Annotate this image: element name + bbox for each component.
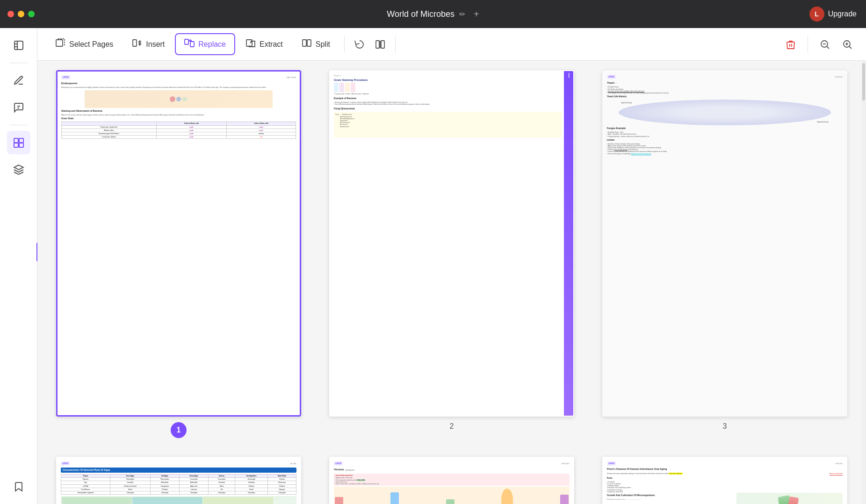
svg-rect-25 (381, 41, 384, 48)
zoom-out-button[interactable] (815, 35, 834, 54)
window-controls (7, 11, 35, 17)
sidebar-divider-2 (9, 125, 28, 125)
document-title: World of Microbes (387, 9, 455, 19)
page-6-content: UPDF PRIONS Prion's Disease Of Human Inh… (603, 458, 846, 504)
svg-rect-11 (56, 40, 63, 46)
replace-icon (184, 38, 195, 50)
toolbar-divider-2 (395, 36, 396, 53)
page-4-content: UPDF ALGAE Characteristics Of Selected P… (57, 458, 300, 504)
page-item-3[interactable]: UPDF FUNGUS Yeast ← • Unicellular Fungi … (602, 70, 847, 438)
toolbar-divider-1 (344, 36, 345, 53)
flip-button[interactable] (371, 35, 390, 54)
svg-rect-20 (246, 40, 252, 46)
svg-rect-12 (133, 40, 137, 46)
user-avatar: L (809, 7, 824, 22)
insert-label: Insert (146, 40, 165, 49)
delete-button[interactable] (781, 35, 800, 54)
page-thumb-1[interactable]: UPDF BACTERIA Endospores Endospores are … (56, 70, 301, 417)
page-5-content: UPDF VIRUSES Viruses • Intracellular par… (330, 458, 573, 504)
zoom-in-button[interactable] (838, 35, 857, 54)
svg-rect-7 (19, 138, 23, 143)
svg-line-35 (849, 46, 852, 49)
split-button[interactable]: Split (293, 34, 339, 54)
page-item-2[interactable]: UPDF Chapter 1 Gram Staining Procedure (329, 70, 574, 438)
split-icon (302, 38, 312, 50)
content-area: Select Pages Insert (37, 28, 866, 504)
left-sidebar (0, 28, 37, 504)
sidebar-divider-1 (9, 63, 28, 63)
page-1-content: UPDF BACTERIA Endospores Endospores are … (58, 72, 300, 415)
svg-rect-17 (185, 39, 188, 44)
pages-grid: UPDF BACTERIA Endospores Endospores are … (56, 70, 847, 504)
svg-line-31 (827, 46, 829, 49)
page-2-content: Chapter 1 Gram Staining Procedure • Crys… (330, 71, 573, 416)
sidebar-item-layers[interactable] (7, 158, 30, 181)
page-thumb-6[interactable]: UPDF PRIONS Prion's Disease Of Human Inh… (602, 457, 847, 504)
svg-rect-18 (190, 42, 194, 47)
titlebar: World of Microbes ✏ + L Upgrade (0, 0, 866, 28)
edit-title-icon[interactable]: ✏ (459, 10, 465, 19)
sidebar-item-markup[interactable] (7, 69, 30, 92)
sidebar-item-book[interactable] (7, 34, 30, 57)
main-layout: Select Pages Insert (0, 28, 866, 504)
svg-rect-9 (19, 143, 23, 147)
svg-rect-21 (303, 40, 306, 46)
page-thumb-2[interactable]: UPDF Chapter 1 Gram Staining Procedure (329, 70, 574, 417)
page-thumb-3[interactable]: UPDF FUNGUS Yeast ← • Unicellular Fungi … (602, 70, 847, 417)
svg-rect-6 (14, 138, 18, 143)
rotate-left-button[interactable] (350, 35, 369, 54)
upgrade-label: Upgrade (828, 10, 857, 18)
svg-rect-22 (307, 40, 311, 46)
vertical-scrollbar[interactable] (861, 61, 866, 504)
sidebar-item-comment[interactable] (7, 96, 30, 119)
insert-button[interactable]: Insert (123, 34, 173, 54)
page-num-2: 2 (450, 422, 454, 431)
sidebar-item-bookmark[interactable] (7, 475, 30, 498)
toolbar-right (781, 35, 857, 54)
select-pages-icon (55, 38, 65, 50)
replace-button[interactable]: Replace (175, 33, 235, 55)
page-item-1[interactable]: UPDF BACTERIA Endospores Endospores are … (56, 70, 301, 438)
extract-label: Extract (260, 40, 283, 49)
add-tab-icon[interactable]: + (474, 9, 479, 20)
toolbar: Select Pages Insert (37, 28, 866, 61)
page-item-5[interactable]: UPDF VIRUSES Viruses • Intracellular par… (329, 457, 574, 504)
sidebar-item-pages[interactable] (7, 131, 30, 154)
svg-rect-24 (376, 41, 379, 48)
maximize-button[interactable] (28, 11, 35, 17)
select-pages-button[interactable]: Select Pages (47, 34, 122, 54)
scrollbar-thumb[interactable] (862, 63, 865, 101)
extract-button[interactable]: Extract (237, 34, 291, 54)
page-thumb-4[interactable]: UPDF ALGAE Characteristics Of Selected P… (56, 457, 301, 504)
page-thumb-5[interactable]: UPDF VIRUSES Viruses • Intracellular par… (329, 457, 574, 504)
replace-label: Replace (198, 40, 226, 49)
svg-rect-0 (14, 41, 23, 50)
svg-rect-8 (14, 143, 18, 147)
svg-marker-10 (14, 165, 23, 170)
page-3-content: UPDF FUNGUS Yeast ← • Unicellular Fungi … (603, 71, 846, 416)
upgrade-area[interactable]: L Upgrade (809, 7, 857, 22)
extract-icon (245, 38, 256, 50)
title-area: World of Microbes ✏ + (387, 9, 479, 20)
page-num-3: 3 (723, 422, 727, 431)
close-button[interactable] (7, 11, 14, 17)
split-label: Split (316, 40, 330, 49)
page-item-4[interactable]: UPDF ALGAE Characteristics Of Selected P… (56, 457, 301, 504)
page-num-1: 1 (171, 422, 187, 438)
select-pages-label: Select Pages (69, 40, 113, 49)
toolbar-divider-3 (808, 36, 808, 53)
pages-container: UPDF BACTERIA Endospores Endospores are … (37, 61, 866, 504)
insert-icon (132, 38, 142, 50)
minimize-button[interactable] (18, 11, 24, 17)
page-item-6[interactable]: UPDF PRIONS Prion's Disease Of Human Inh… (602, 457, 847, 504)
